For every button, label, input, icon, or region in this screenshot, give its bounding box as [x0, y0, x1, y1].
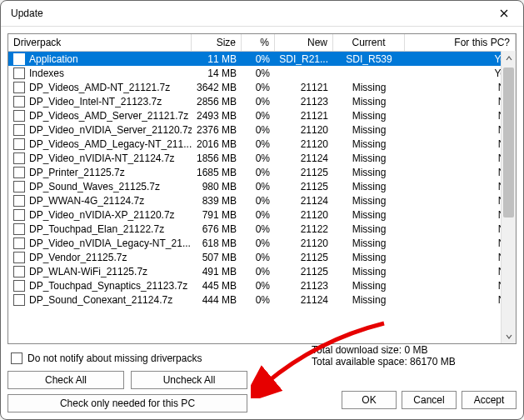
row-current: Missing	[333, 165, 405, 179]
row-forthispc: No	[405, 222, 516, 236]
row-forthispc: No	[405, 108, 516, 122]
check-needed-button[interactable]: Check only needed for this PC	[7, 394, 247, 412]
row-percent: 0%	[242, 193, 275, 208]
table-row[interactable]: DP_Touchpad_Synaptics_21123.7z445 MB0%21…	[8, 278, 516, 292]
row-checkbox[interactable]	[13, 209, 25, 221]
scroll-down-button[interactable]	[502, 329, 516, 343]
col-header-name[interactable]: Driverpack	[8, 34, 192, 51]
total-download-label: Total download size: 0 MB	[312, 344, 456, 356]
row-percent: 0%	[242, 52, 275, 66]
cancel-button[interactable]: Cancel	[402, 391, 457, 409]
row-name: DP_Sound_Waves_21125.7z	[29, 181, 160, 192]
scroll-thumb[interactable]	[503, 68, 514, 218]
row-size: 2016 MB	[192, 137, 242, 151]
row-current: Missing	[333, 80, 405, 94]
row-size: 2493 MB	[192, 108, 242, 122]
table-row[interactable]: Indexes14 MB0%Yes	[8, 66, 516, 80]
row-new: 21125	[275, 179, 333, 193]
row-checkbox[interactable]	[13, 280, 25, 292]
table-row[interactable]: DP_Video_Intel-NT_21123.7z2856 MB0%21123…	[8, 94, 516, 108]
row-new: 21125	[275, 165, 333, 179]
row-name: DP_Printer_21125.7z	[29, 167, 125, 178]
row-name: DP_Video_nVIDIA-XP_21120.7z	[29, 209, 175, 221]
row-percent: 0%	[242, 165, 275, 179]
row-checkbox[interactable]	[13, 82, 25, 93]
table-row[interactable]: DP_Videos_AMD_Legacy-NT_211...2016 MB0%2…	[8, 137, 516, 151]
notify-checkbox[interactable]	[11, 352, 22, 364]
col-header-size[interactable]: Size	[192, 34, 242, 51]
row-size: 11 MB	[192, 52, 242, 66]
row-checkbox[interactable]	[13, 294, 25, 306]
row-percent: 0%	[242, 108, 275, 122]
col-header-forthispc[interactable]: For this PC?	[405, 34, 516, 51]
row-checkbox[interactable]	[13, 266, 25, 278]
notify-label: Do not notify about missing driverpacks	[27, 352, 202, 364]
row-checkbox[interactable]	[13, 252, 25, 263]
col-header-new[interactable]: New	[275, 34, 333, 51]
row-new: 21124	[275, 193, 333, 208]
table-row[interactable]: DP_Printer_21125.7z1685 MB0%21125Missing…	[8, 165, 516, 179]
table-row[interactable]: Application11 MB0%SDI_R21...SDI_R539Yes	[8, 52, 516, 66]
row-checkbox[interactable]	[13, 152, 25, 164]
column-headers: Driverpack Size % New Current For this P…	[8, 34, 516, 52]
ok-button[interactable]: OK	[342, 391, 397, 409]
col-header-percent[interactable]: %	[242, 34, 275, 51]
row-current: Missing	[333, 208, 405, 222]
driverpack-list: Driverpack Size % New Current For this P…	[7, 33, 517, 344]
table-row[interactable]: DP_Video_nVIDIA_Legacy-NT_21...618 MB0%2…	[8, 236, 516, 250]
row-percent: 0%	[242, 179, 275, 193]
col-header-current[interactable]: Current	[333, 34, 405, 51]
row-checkbox[interactable]	[13, 68, 25, 79]
row-checkbox[interactable]	[13, 167, 25, 178]
table-row[interactable]: DP_Videos_AMD_Server_21121.7z2493 MB0%21…	[8, 108, 516, 122]
table-row[interactable]: DP_Vendor_21125.7z507 MB0%21125MissingNo	[8, 250, 516, 264]
scroll-up-button[interactable]	[502, 51, 516, 65]
row-percent: 0%	[242, 278, 275, 292]
row-new: 21120	[275, 137, 333, 151]
row-size: 491 MB	[192, 264, 242, 278]
row-size: 14 MB	[192, 66, 242, 80]
check-all-button[interactable]: Check All	[7, 371, 124, 389]
close-icon	[500, 9, 508, 18]
row-checkbox[interactable]	[13, 195, 25, 207]
row-forthispc: No	[405, 250, 516, 264]
close-button[interactable]	[492, 4, 517, 22]
table-row[interactable]: DP_Video_nVIDIA-XP_21120.7z791 MB0%21120…	[8, 208, 516, 222]
row-name: DP_Video_Intel-NT_21123.7z	[29, 96, 162, 108]
row-current: SDI_R539	[333, 52, 405, 66]
row-new: 21125	[275, 264, 333, 278]
table-row[interactable]: DP_WWAN-4G_21124.7z839 MB0%21124MissingN…	[8, 193, 516, 208]
row-checkbox[interactable]	[13, 181, 25, 192]
row-percent: 0%	[242, 236, 275, 250]
row-checkbox[interactable]	[13, 138, 25, 150]
row-size: 676 MB	[192, 222, 242, 236]
row-size: 507 MB	[192, 250, 242, 264]
row-checkbox[interactable]	[13, 53, 25, 65]
stats-text: Total download size: 0 MB Total availabl…	[312, 344, 456, 368]
accept-button[interactable]: Accept	[462, 391, 517, 409]
row-percent: 0%	[242, 80, 275, 94]
row-current: Missing	[333, 179, 405, 193]
row-checkbox[interactable]	[13, 238, 25, 249]
row-checkbox[interactable]	[13, 124, 25, 136]
row-percent: 0%	[242, 94, 275, 108]
row-checkbox[interactable]	[13, 110, 25, 122]
vertical-scrollbar[interactable]	[501, 51, 516, 343]
table-row[interactable]: DP_Video_nVIDIA-NT_21124.7z1856 MB0%2112…	[8, 151, 516, 165]
row-name: DP_Videos_AMD_Server_21121.7z	[29, 110, 188, 122]
row-checkbox[interactable]	[13, 223, 25, 235]
table-row[interactable]: DP_Touchpad_Elan_21122.7z676 MB0%21122Mi…	[8, 222, 516, 236]
row-checkbox[interactable]	[13, 96, 25, 108]
row-forthispc: No	[405, 236, 516, 250]
table-row[interactable]: DP_Videos_AMD-NT_21121.7z3642 MB0%21121M…	[8, 80, 516, 94]
row-name: DP_WWAN-4G_21124.7z	[29, 195, 144, 207]
uncheck-all-button[interactable]: Uncheck All	[131, 371, 247, 389]
table-row[interactable]: DP_Sound_Waves_21125.7z980 MB0%21125Miss…	[8, 179, 516, 193]
table-row[interactable]: DP_Sound_Conexant_21124.7z444 MB0%21124M…	[8, 292, 516, 307]
row-percent: 0%	[242, 222, 275, 236]
row-new: 21121	[275, 108, 333, 122]
row-current: Missing	[333, 137, 405, 151]
row-percent: 0%	[242, 250, 275, 264]
table-row[interactable]: DP_WLAN-WiFi_21125.7z491 MB0%21125Missin…	[8, 264, 516, 278]
table-row[interactable]: DP_Video_nVIDIA_Server_21120.7z2376 MB0%…	[8, 122, 516, 137]
